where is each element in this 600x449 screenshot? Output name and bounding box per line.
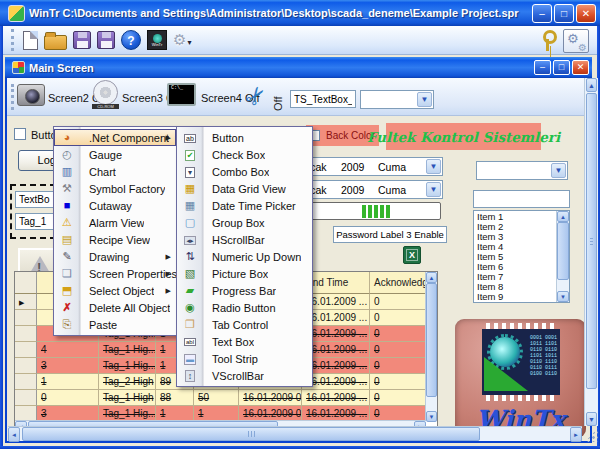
menu-item[interactable]: Cutaway: [54, 197, 176, 214]
cell-start-time[interactable]: 16.01.2009 0...: [239, 390, 302, 406]
scroll-up-icon[interactable]: ▲: [557, 211, 569, 222]
chevron-down-icon[interactable]: ▼: [426, 159, 441, 174]
chevron-down-icon[interactable]: ▼: [426, 182, 441, 197]
cdrom-icon[interactable]: CD-ROM: [92, 80, 119, 107]
system-gears-button[interactable]: ⚙ ⚙: [563, 29, 589, 53]
cell-tag[interactable]: Tag_2 High: [99, 374, 156, 390]
cell-acknowledge[interactable]: 0: [370, 342, 426, 358]
submenu-item[interactable]: Tool Strip: [177, 350, 312, 367]
row-selector-cell[interactable]: [15, 390, 37, 406]
save-icon[interactable]: [73, 31, 91, 49]
outer-horizontal-scrollbar[interactable]: ◄ ►: [8, 426, 582, 441]
scrollbar-thumb[interactable]: [426, 283, 437, 397]
button-checkbox[interactable]: [14, 128, 26, 140]
submenu-item[interactable]: Date Time Picker: [177, 197, 312, 214]
row-selector-cell[interactable]: [15, 374, 37, 390]
menu-item[interactable]: Delete All Object: [54, 299, 176, 316]
cell-tag[interactable]: Tag_1 Hig...: [99, 342, 156, 358]
save-all-icon[interactable]: [97, 31, 115, 49]
row-selector-cell[interactable]: [15, 294, 37, 310]
menu-item[interactable]: Chart: [54, 163, 176, 180]
cell-num[interactable]: 0: [37, 390, 99, 406]
cell-num[interactable]: 3: [37, 358, 99, 374]
camera-icon[interactable]: [17, 84, 45, 106]
submenu-item[interactable]: HScrollBar: [177, 231, 312, 248]
toolbar-grip[interactable]: [11, 29, 14, 51]
right-textbox[interactable]: [473, 190, 570, 208]
grid-header-cell[interactable]: [15, 272, 37, 294]
menu-item[interactable]: Recipe View: [54, 231, 176, 248]
submenu-item[interactable]: Tab Control: [177, 316, 312, 333]
date-picker-2[interactable]: Ocak 2009 Cuma ▼: [293, 180, 443, 199]
cell-acknowledge[interactable]: 0: [370, 326, 426, 342]
submenu-item[interactable]: Numeric Up Down: [177, 248, 312, 265]
table-row[interactable]: 0 Tag_1 High 88 50 16.01.2009 0... 16.01…: [15, 390, 437, 406]
terminal-icon[interactable]: C:\_: [167, 83, 196, 106]
scroll-down-icon[interactable]: ▼: [586, 412, 597, 426]
cell-num[interactable]: 4: [37, 342, 99, 358]
cell-acknowledge[interactable]: 0: [370, 374, 426, 390]
row-selector-cell[interactable]: [15, 310, 37, 326]
scroll-right-icon[interactable]: ►: [570, 427, 582, 442]
chevron-down-icon[interactable]: ▼: [551, 163, 566, 178]
submenu-item[interactable]: Progress Bar: [177, 282, 312, 299]
title-bar[interactable]: WinTr C:\Documents and Settings\Administ…: [0, 0, 600, 26]
submenu-item[interactable]: VScrollBar: [177, 367, 312, 384]
scrollbar-thumb[interactable]: [557, 222, 569, 280]
row-selector-cell[interactable]: [15, 342, 37, 358]
help-icon[interactable]: ?: [121, 30, 141, 50]
scroll-up-icon[interactable]: ▲: [426, 272, 437, 283]
date-picker-1[interactable]: Ocak 2009 Cuma ▼: [293, 157, 443, 176]
menu-item[interactable]: Drawing: [54, 248, 176, 265]
cell-value1[interactable]: 88: [156, 390, 194, 406]
key-icon[interactable]: [541, 30, 553, 52]
cell-acknowledge[interactable]: 0: [370, 294, 426, 310]
main-screen-title-bar[interactable]: Main Screen – □ ✕: [5, 57, 592, 78]
cell-acknowledge[interactable]: 0: [370, 358, 426, 374]
grid-vertical-scrollbar[interactable]: ▲ ▼: [425, 272, 437, 422]
menu-item[interactable]: Gauge: [54, 146, 176, 163]
submenu-item[interactable]: Button: [177, 129, 312, 146]
submenu-item[interactable]: Check Box: [177, 146, 312, 163]
wintr-run-icon[interactable]: WinTr: [147, 30, 167, 50]
menu-item[interactable]: Select Object: [54, 282, 176, 299]
menu-item[interactable]: Symbol Factory: [54, 180, 176, 197]
submenu-item[interactable]: Radio Button: [177, 299, 312, 316]
child-minimize-button[interactable]: –: [534, 60, 551, 75]
menu-item[interactable]: Screen Properties: [54, 265, 176, 282]
open-folder-icon[interactable]: [44, 35, 67, 50]
cell-end-time[interactable]: 16.01.2009 ...: [302, 390, 370, 406]
submenu-item[interactable]: Combo Box: [177, 163, 312, 180]
submenu-item[interactable]: Data Grid View: [177, 180, 312, 197]
toolstrip-grip[interactable]: [11, 84, 14, 110]
row-selector-cell[interactable]: [15, 326, 37, 342]
scrollbar-thumb[interactable]: [586, 93, 597, 389]
row-selector-cell[interactable]: [15, 358, 37, 374]
excel-export-icon[interactable]: X: [403, 246, 421, 264]
child-maximize-button[interactable]: □: [553, 60, 570, 75]
cell-value2[interactable]: 50: [194, 390, 239, 406]
minimize-button[interactable]: –: [532, 4, 552, 23]
submenu-item[interactable]: Picture Box: [177, 265, 312, 282]
item-listbox[interactable]: Item 1Item 2Item 3Item 4Item 5Item 6Item…: [473, 210, 570, 303]
cell-tag[interactable]: Tag_1 Hig...: [99, 358, 156, 374]
scroll-down-icon[interactable]: ▼: [557, 291, 569, 302]
cell-num[interactable]: 1: [37, 374, 99, 390]
menu-item[interactable]: .Net Component: [54, 129, 176, 146]
ts-textbox[interactable]: [290, 90, 356, 108]
submenu-item[interactable]: Group Box: [177, 214, 312, 231]
cell-tag[interactable]: Tag_1 High: [99, 390, 156, 406]
scroll-down-icon[interactable]: ▼: [426, 411, 437, 422]
menu-item[interactable]: Paste: [54, 316, 176, 333]
cell-acknowledge[interactable]: 0: [370, 390, 426, 406]
scroll-left-icon[interactable]: ◄: [8, 427, 20, 442]
submenu-item[interactable]: Text Box: [177, 333, 312, 350]
scrollbar-thumb[interactable]: [22, 427, 480, 441]
right-combobox[interactable]: ▼: [476, 161, 568, 180]
cell-acknowledge[interactable]: 0: [370, 310, 426, 326]
scroll-up-icon[interactable]: ▲: [586, 78, 597, 92]
maximize-button[interactable]: □: [554, 4, 574, 23]
grid-header-cell[interactable]: Acknowledge: [370, 272, 426, 294]
close-button[interactable]: ✕: [576, 4, 596, 23]
settings-gear-button[interactable]: ⚙▾: [173, 31, 191, 49]
